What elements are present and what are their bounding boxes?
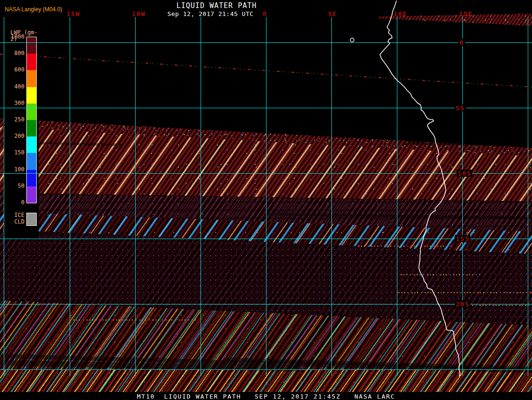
gridline-longitude (135, 17, 136, 376)
legend-tick-label: 300 (4, 100, 24, 106)
status-bar-text: MT10 LIQUID WATER PATH SEP 12, 2017 21:4… (0, 392, 532, 400)
colorbar-segment (27, 70, 36, 87)
colorbar-segment (27, 37, 36, 54)
legend-tick-label: 400 (4, 83, 24, 90)
colorbar-legend: LWP (gm-2) 10008006004003002502001501005… (4, 24, 39, 239)
legend-tick-label: 250 (4, 116, 24, 123)
gridline-longitude (70, 17, 70, 376)
gridline-latitude (0, 42, 532, 43)
ice-cloud-label-line1: ICE (4, 212, 24, 218)
colorbar-segment (27, 153, 36, 169)
latitude-label: 10S (457, 170, 472, 177)
scan-artifact-dashes (400, 274, 480, 275)
gridline-longitude (462, 17, 463, 376)
island-outline (350, 38, 354, 42)
colorbar-segment (27, 170, 36, 186)
colorbar-segment (27, 136, 36, 153)
scan-artifact-dashes (358, 246, 452, 247)
legend-tick-label: 800 (4, 50, 24, 56)
longitude-label: 15W (66, 10, 80, 17)
colorbar-segment (27, 186, 36, 203)
colorbar-segment (27, 104, 36, 120)
gridline-longitude (397, 17, 397, 376)
longitude-label: 10E (394, 10, 407, 17)
gridline-longitude (266, 17, 266, 376)
legend-tick-label: 150 (4, 149, 24, 156)
scan-artifact-dashes (398, 292, 532, 293)
latitude-label: 20S (455, 301, 470, 308)
gridline-longitude (331, 17, 332, 376)
colorbar-segment (27, 87, 36, 104)
legend-tick-label: 50 (4, 183, 24, 189)
map-area: LWP (gm-2) 10008006004003002502001501005… (0, 0, 532, 392)
gridline-longitude (528, 17, 528, 376)
latitude-label: 0 (459, 39, 465, 46)
gridline-longitude (201, 17, 201, 376)
ice-cloud-swatch (26, 213, 37, 226)
satellite-product-screen: LWP (gm-2) 10008006004003002502001501005… (0, 0, 532, 400)
legend-tick-label: 0 (4, 199, 24, 206)
ice-cloud-label-line2: CLD (4, 218, 24, 225)
gridline-latitude (0, 108, 532, 108)
colorbar-segment (27, 120, 36, 136)
status-bar: MT10 LIQUID WATER PATH SEP 12, 2017 21:4… (0, 392, 532, 400)
legend-tick-label: 1000 (4, 33, 24, 40)
colorbar-segment (27, 54, 36, 70)
longitude-label: 5E (328, 10, 338, 17)
legend-tick-label: 200 (4, 133, 24, 139)
scan-artifact-dashes (466, 305, 532, 306)
latitude-label: 5S (455, 104, 466, 112)
legend-tick-label: 600 (4, 66, 24, 73)
gridline-latitude (0, 304, 532, 304)
product-title: LIQUID WATER PATH (134, 1, 299, 10)
product-datetime: Sep 12, 2017 21:45 UTC (128, 10, 293, 17)
colorbar (26, 37, 37, 203)
gridline-longitude (4, 17, 4, 376)
longitude-label: 15E (459, 10, 473, 17)
gridline-latitude (0, 369, 532, 370)
legend-tick-label: 100 (4, 166, 24, 173)
nasa-langley-credit: NASA Langley (M04.0) (5, 6, 62, 13)
gridline-latitude (0, 173, 532, 174)
latitude-label: 15S (455, 235, 470, 242)
gridline-latitude (0, 239, 532, 239)
